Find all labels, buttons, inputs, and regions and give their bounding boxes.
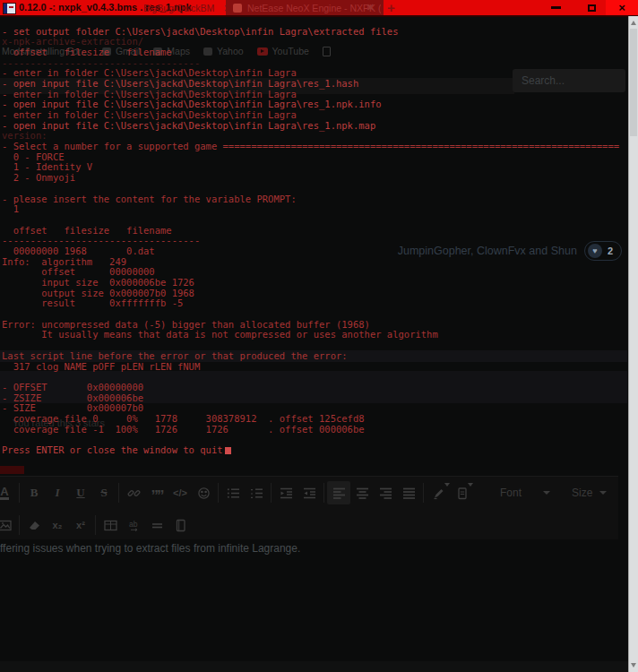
console-line: - Select a number for a supported game =… — [2, 142, 619, 152]
console-line: Press ENTER or close the window to quit — [2, 445, 619, 456]
console-line: 317 clog NAME pOFF pLEN rLEN fNUM — [2, 362, 619, 373]
console-line: Last script line before the error or tha… — [2, 351, 619, 362]
toolbar-divider — [95, 515, 96, 535]
new-tab-button[interactable]: + — [387, 0, 395, 15]
underline-icon[interactable]: U — [69, 481, 92, 504]
toolbar-divider — [271, 483, 272, 503]
scrollbar-thumb[interactable] — [630, 29, 637, 136]
tab-close-icon[interactable]: ✕ — [366, 2, 375, 13]
pencil-icon[interactable] — [427, 481, 450, 504]
console-line: coverage file -1 100% 1726 1726 . offset… — [2, 425, 619, 435]
eraser-icon[interactable] — [22, 513, 46, 537]
scroll-up-icon[interactable] — [631, 21, 636, 25]
indent-icon[interactable] — [274, 481, 297, 504]
maximize-button[interactable] — [577, 0, 606, 15]
console-line: 2 - Onmyoji — [2, 173, 619, 184]
font-dropdown[interactable]: Font — [500, 487, 522, 499]
console-line: It usually means that data is not compre… — [2, 330, 619, 340]
code-icon[interactable]: </> — [168, 481, 192, 504]
console-scrollbar[interactable] — [628, 16, 638, 672]
console-line — [2, 215, 619, 226]
paste-doc-icon[interactable] — [450, 481, 473, 504]
minimize-icon — [551, 6, 561, 9]
chevron-down-icon — [468, 483, 473, 487]
align-right-icon[interactable] — [374, 481, 397, 504]
console-line: 1 — [2, 204, 619, 215]
maximize-icon — [588, 4, 596, 12]
console-line: coverage file 0 0% 1778 308378912 . offs… — [2, 414, 619, 425]
unordered-list-icon[interactable] — [221, 481, 245, 504]
align-left-icon[interactable] — [327, 481, 350, 504]
console-line: 0 - FORCE — [2, 152, 619, 163]
browser-tab-netease[interactable]: NetEase NeoX Engine - NXPK ( ✕ — [226, 0, 384, 15]
console-line: - open input file C:\Users\jackd\Desktop… — [2, 121, 619, 132]
close-button[interactable]: × — [606, 0, 638, 15]
bottom-band — [0, 661, 628, 672]
outdent-icon[interactable] — [297, 481, 321, 504]
window-titlebar[interactable]: 0.12.0 -: nxpk_v0.4.3.bms . res_1.npk Bi… — [0, 0, 638, 15]
superscript-icon[interactable]: x² — [69, 513, 92, 537]
console-line: 1 - Identity V — [2, 162, 619, 173]
text-direction-icon[interactable]: ab — [122, 513, 145, 537]
table-icon[interactable] — [99, 513, 122, 537]
close-icon: × — [618, 2, 625, 13]
console-line: offset filesize filename — [2, 47, 619, 58]
justify-icon[interactable] — [397, 481, 420, 504]
browser-tab-quickbms[interactable]: BigBug/QuickBM✕ — [143, 3, 231, 13]
editor-toolbar: ABIUS””</>FontSize x₂x²ab — [0, 476, 618, 539]
bold-icon[interactable]: B — [22, 481, 46, 504]
subscript-icon[interactable]: x₂ — [46, 513, 69, 537]
toolbar-row-1: ABIUS””</>FontSize — [0, 481, 607, 504]
emoji-icon[interactable] — [192, 481, 215, 504]
titlebar-divider — [0, 15, 638, 17]
align-center-icon[interactable] — [350, 481, 374, 504]
italic-icon[interactable]: I — [46, 481, 69, 504]
chevron-down-icon[interactable] — [543, 491, 550, 495]
quickbms-console-output: - set output folder C:\Users\jackd\Deskt… — [2, 27, 619, 456]
size-dropdown[interactable]: Size — [572, 487, 592, 499]
link-icon[interactable] — [122, 481, 145, 504]
toolbar-divider — [118, 483, 119, 503]
console-line — [2, 309, 619, 320]
screen: Mods/Installing For...GmailMapsYahooYouT… — [0, 0, 638, 672]
toolbar-divider — [218, 483, 219, 503]
ordered-list-icon[interactable] — [245, 481, 268, 504]
console-line: - enter in folder C:\Users\jackd\Desktop… — [2, 110, 619, 121]
reply-button-fragment[interactable] — [0, 466, 24, 474]
blockquote-icon[interactable]: ”” — [145, 481, 168, 504]
strikethrough-icon[interactable]: S — [92, 481, 116, 504]
console-line: 00000000 1968 0.dat — [2, 246, 619, 257]
toolbar-divider — [19, 515, 20, 535]
console-line: - OFFSET 0x00000000 — [2, 383, 619, 393]
console-cursor — [225, 447, 231, 454]
image-partial-icon[interactable] — [0, 513, 16, 537]
netease-favicon — [233, 4, 242, 13]
console-line: result 0xfffffffb -5 — [2, 298, 619, 309]
toolbar-divider — [423, 483, 424, 503]
toolbar-row-2: x₂x²ab — [0, 513, 192, 537]
toolbar-divider — [323, 483, 324, 503]
source-doc-icon[interactable] — [168, 513, 192, 537]
console-line: - please insert the content for the vari… — [2, 194, 619, 205]
console-line: - open input file C:\Users\jackd\Desktop… — [2, 79, 619, 90]
font-color-partial-icon[interactable]: A — [0, 481, 16, 504]
minimize-button[interactable] — [541, 0, 570, 15]
horizontal-rule-icon[interactable] — [145, 513, 168, 537]
console-line — [2, 184, 619, 194]
svg-text:ab: ab — [129, 520, 138, 529]
post-editor-text[interactable]: ffering issues when trying to extract fi… — [0, 542, 300, 555]
quickbms-app-icon — [3, 3, 16, 14]
scroll-down-icon[interactable] — [631, 663, 636, 668]
console-line: input size 0x000006be 1726 — [2, 278, 619, 289]
chevron-down-icon[interactable] — [599, 491, 607, 495]
toolbar-divider — [19, 483, 20, 503]
